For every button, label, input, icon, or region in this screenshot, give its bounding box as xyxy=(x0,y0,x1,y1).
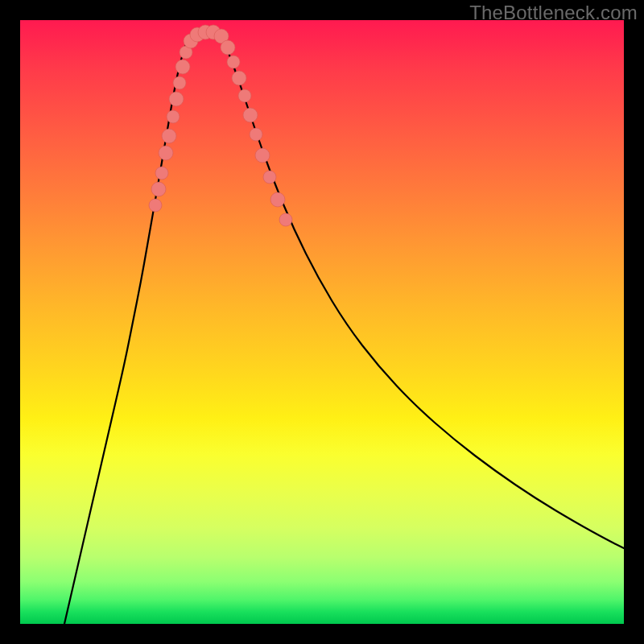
highlight-dot xyxy=(255,148,270,163)
highlight-dot xyxy=(175,60,190,74)
curve-layer xyxy=(64,31,624,624)
highlight-dot xyxy=(227,56,240,68)
highlight-dot xyxy=(149,199,162,212)
highlight-dot xyxy=(151,182,166,196)
highlight-dot xyxy=(250,128,262,141)
chart-svg xyxy=(20,20,624,624)
highlight-dot xyxy=(270,192,285,207)
highlight-dot xyxy=(279,213,292,226)
highlight-dot xyxy=(173,76,186,89)
highlight-dot xyxy=(238,89,251,102)
dot-layer xyxy=(149,25,292,226)
highlight-dot xyxy=(243,108,258,122)
chart-frame: TheBottleneck.com xyxy=(0,0,644,644)
plot-area xyxy=(20,20,624,624)
bottleneck-curve xyxy=(64,31,624,624)
highlight-dot xyxy=(162,129,176,143)
highlight-dot xyxy=(232,71,246,85)
highlight-dot xyxy=(159,146,173,160)
highlight-dot xyxy=(169,92,184,106)
highlight-dot xyxy=(221,40,235,55)
highlight-dot xyxy=(155,167,168,180)
highlight-dot xyxy=(167,110,180,123)
highlight-dot xyxy=(263,171,276,184)
